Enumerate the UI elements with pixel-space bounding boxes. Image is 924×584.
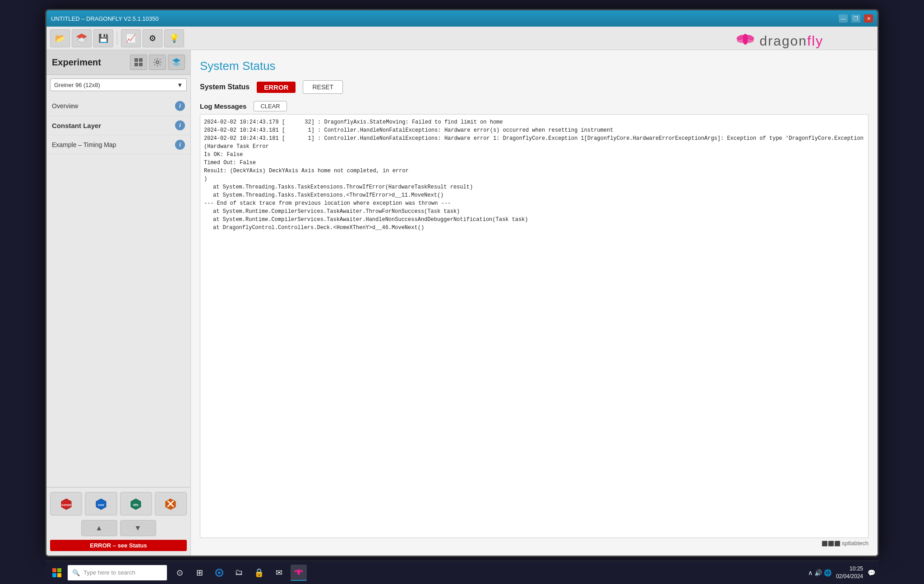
taskbar: 🔍 Type here to search ⊙ ⊞ 🗂 🔒 ✉ ∧ 🔊 🌐 10… <box>45 561 879 584</box>
nav-label-constant-layer: Constant Layer <box>52 122 101 129</box>
log-line-9: at System.Threading.Tasks.TaskExtensions… <box>204 191 864 199</box>
svg-marker-1 <box>77 37 87 43</box>
start-button[interactable] <box>49 565 65 581</box>
svg-rect-8 <box>139 58 143 62</box>
toolbar-sep-1 <box>117 32 117 45</box>
log-line-11: at System.Runtime.CompilerServices.TaskA… <box>204 207 864 216</box>
log-line-4: Is OK: False <box>204 151 864 159</box>
taskbar-explorer[interactable]: 🗂 <box>231 565 247 581</box>
sptlab-logo: ⬛⬛⬛ sptlabtech <box>200 538 869 547</box>
settings-button[interactable]: ⚙ <box>143 29 162 47</box>
taskbar-edge[interactable] <box>211 565 227 581</box>
nav-item-overview[interactable]: Overview i <box>46 97 190 116</box>
tools-tool-icon[interactable] <box>155 492 187 515</box>
log-line-13: at DragonflyControl.Controllers.Deck.<Ho… <box>204 224 864 232</box>
nav-item-timing-map[interactable]: Example – Timing Map i <box>46 135 190 155</box>
svg-rect-26 <box>57 573 61 577</box>
search-placeholder: Type here to search <box>83 569 135 576</box>
content-area: System Status System Status ERROR RESET … <box>191 50 878 556</box>
nav-arrows: ▲ ▼ <box>50 520 187 536</box>
svg-marker-13 <box>172 62 180 66</box>
svg-rect-25 <box>52 573 56 577</box>
log-title: Log Messages <box>200 102 246 110</box>
log-line-12: at System.Runtime.CompilerServices.TaskA… <box>204 216 864 224</box>
system-status-label: System Status <box>200 83 249 91</box>
log-container[interactable]: 2024-02-02 10:24:43.179 [ 32] : Dragonfl… <box>200 114 869 538</box>
svg-text:csv: csv <box>98 503 104 507</box>
svg-point-11 <box>156 61 159 64</box>
sidebar-icon-grid[interactable] <box>130 55 147 70</box>
minimize-button[interactable]: — <box>839 14 848 23</box>
sidebar-bottom: const csv <box>46 487 190 556</box>
log-line-0: 2024-02-02 10:24:43.179 [ 32] : Dragonfl… <box>204 118 864 126</box>
nav-info-timing-map[interactable]: i <box>175 140 185 150</box>
svg-text:dfx: dfx <box>133 503 139 507</box>
nav-info-constant-layer[interactable]: i <box>175 120 185 130</box>
sidebar-icon-layers[interactable] <box>168 55 185 70</box>
sidebar-title: Experiment <box>52 57 101 68</box>
svg-rect-10 <box>139 63 143 66</box>
window-controls: — ❐ ✕ <box>839 14 873 23</box>
notification-badge[interactable]: 💬 <box>868 569 875 576</box>
close-button[interactable]: ✕ <box>864 14 873 23</box>
dropdown-arrow: ▼ <box>177 82 183 88</box>
nav-up-arrow[interactable]: ▲ <box>81 520 117 536</box>
search-icon: 🔍 <box>72 569 80 576</box>
log-line-10: --- End of stack trace from previous loc… <box>204 199 864 207</box>
experiment-dropdown[interactable]: Greiner 96 (12x8) ▼ <box>50 78 187 91</box>
taskbar-lock[interactable]: 🔒 <box>251 565 267 581</box>
layers-button[interactable] <box>72 29 92 47</box>
const-tool-icon[interactable]: const <box>50 492 82 515</box>
csv-tool-icon[interactable]: csv <box>85 492 117 515</box>
clock-date: 02/04/2024 <box>836 573 863 580</box>
logo-icon <box>735 31 756 51</box>
log-line-7: ) <box>204 175 864 183</box>
svg-rect-9 <box>134 63 138 66</box>
bulb-button[interactable]: 💡 <box>164 29 184 47</box>
sidebar-header: Experiment <box>46 50 190 75</box>
dfx-icon: dfx <box>129 497 143 511</box>
taskbar-cortana[interactable]: ⊙ <box>171 565 188 581</box>
open-button[interactable]: 📂 <box>50 29 70 47</box>
app-logo: dragonfly <box>735 31 823 51</box>
tool-icons-grid: const csv <box>50 492 187 515</box>
error-status-bar: ERROR – see Status <box>50 540 187 551</box>
log-header: Log Messages CLEAR <box>200 101 869 111</box>
sidebar-header-icons <box>130 55 185 70</box>
system-tray-icons: ∧ 🔊 🌐 <box>808 569 832 576</box>
log-line-8: at System.Threading.Tasks.TaskExtensions… <box>204 183 864 191</box>
taskbar-dragonfly[interactable] <box>291 565 307 581</box>
nav-label-timing-map: Example – Timing Map <box>52 141 116 148</box>
waveform-button[interactable]: 📈 <box>121 29 141 47</box>
nav-label-overview: Overview <box>52 102 78 110</box>
dfx-tool-icon[interactable]: dfx <box>120 492 152 515</box>
csv-icon: csv <box>94 497 108 511</box>
tools-icon <box>163 497 178 511</box>
taskbar-search-box[interactable]: 🔍 Type here to search <box>68 565 167 580</box>
clock-time: 10:25 <box>836 565 863 573</box>
reset-button[interactable]: RESET <box>303 80 343 94</box>
sidebar-icon-settings[interactable] <box>149 55 166 70</box>
app-container: 📂 💾 📈 ⚙ 💡 <box>46 27 878 556</box>
taskbar-taskview[interactable]: ⊞ <box>191 565 208 581</box>
sidebar-nav: Overview i Constant Layer i Example – Ti… <box>46 95 190 487</box>
dropdown-value: Greiner 96 (12x8) <box>54 82 100 88</box>
taskbar-mail[interactable]: ✉ <box>271 565 287 581</box>
system-status-row: System Status ERROR RESET <box>200 80 869 94</box>
taskbar-clock[interactable]: 10:25 02/04/2024 <box>836 565 863 580</box>
sidebar: Experiment <box>46 50 191 556</box>
title-bar: UNTITLED – DRAGONFLY V2.5.1.10350 — ❐ ✕ <box>46 10 878 27</box>
nav-item-constant-layer[interactable]: Constant Layer i <box>46 116 190 135</box>
taskbar-right: ∧ 🔊 🌐 10:25 02/04/2024 💬 <box>808 565 875 580</box>
log-line-6: Result: (DeckYAxis) DeckYAxis Axis home … <box>204 167 864 175</box>
save-button[interactable]: 💾 <box>93 29 113 47</box>
nav-down-arrow[interactable]: ▼ <box>120 520 156 536</box>
logo-text: dragonfly <box>760 33 823 49</box>
svg-rect-23 <box>52 568 56 572</box>
nav-info-overview[interactable]: i <box>175 101 185 111</box>
log-line-3: (Hardware Task Error <box>204 143 864 151</box>
clear-log-button[interactable]: CLEAR <box>254 101 286 111</box>
maximize-button[interactable]: ❐ <box>851 14 860 23</box>
const-icon: const <box>59 497 74 511</box>
svg-rect-7 <box>134 58 138 62</box>
